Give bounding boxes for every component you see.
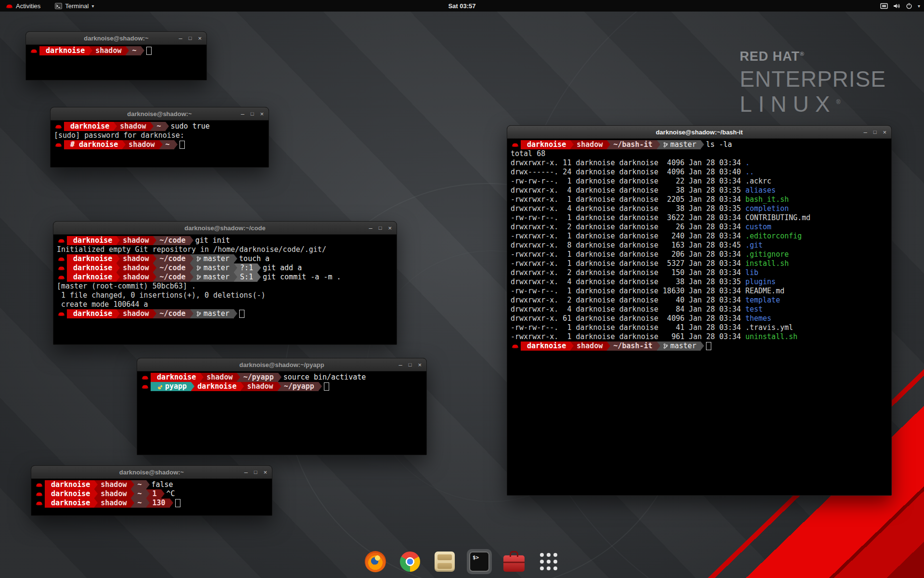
command-text: git commit -a -m . — [263, 273, 341, 282]
prompt-segment-user: darknoise — [67, 254, 116, 263]
terminal-content[interactable]: darknoiseshadow~/pyappsource bin/activat… — [137, 371, 426, 455]
volume-icon — [893, 3, 900, 9]
git-branch-icon — [663, 142, 668, 148]
output-text: -rwxrwxr-x. 1 darknoise darknoise 5327 J… — [511, 259, 745, 268]
maximize-button[interactable]: □ — [873, 129, 877, 135]
window-title: darknoise@shadow:~ — [119, 469, 184, 476]
close-button[interactable]: × — [388, 225, 392, 231]
system-status-area[interactable]: ▾ — [880, 0, 920, 12]
output-text: create mode 100644 a — [57, 300, 148, 309]
prompt-segment-user: darknoise — [521, 342, 570, 351]
toolbox-icon — [503, 555, 525, 572]
dock-terminal[interactable]: $> — [467, 549, 492, 574]
output-text: . — [745, 158, 750, 168]
close-button[interactable]: × — [260, 111, 264, 117]
redhat-prompt-icon — [511, 142, 521, 147]
prompt-segment-git: master — [190, 254, 234, 263]
prompt-segment-user: darknoise — [151, 373, 200, 382]
window-title: darknoise@shadow:~/bash-it — [656, 129, 743, 136]
dock-firefox[interactable] — [363, 549, 388, 574]
maximize-button[interactable]: □ — [251, 111, 254, 117]
terminal-window: darknoise@shadow:~/code – □ × darknoises… — [53, 221, 397, 345]
prompt-segment-host: shadow — [122, 140, 159, 149]
window-titlebar[interactable]: darknoise@shadow:~/bash-it – □ × — [507, 126, 891, 139]
maximize-button[interactable]: □ — [254, 469, 257, 475]
redhat-prompt-icon — [57, 275, 67, 280]
activities-label: Activities — [16, 2, 40, 10]
prompt-segment-path: ~/code — [153, 236, 190, 245]
prompt-segment-host: shadow — [570, 342, 607, 351]
terminal-icon: $> — [469, 552, 489, 572]
output-text: .travis.yml — [745, 323, 793, 332]
command-text: git add a — [263, 263, 302, 273]
prompt-segment-stat: ?:1 — [234, 263, 257, 273]
close-button[interactable]: × — [198, 35, 202, 41]
output-text: -rwxrwxr-x. 1 darknoise darknoise 961 Ja… — [511, 332, 745, 342]
output-text: lib — [745, 268, 758, 277]
maximize-button[interactable]: □ — [189, 35, 192, 41]
rhel-logo-redhat: RED HAT® — [740, 49, 886, 64]
terminal-cursor — [239, 310, 244, 318]
command-text: source bin/activate — [283, 373, 366, 382]
prompt-segment-host: shadow — [94, 480, 131, 489]
app-menu-terminal[interactable]: Terminal ▾ — [53, 0, 96, 12]
prompt-segment-user: darknoise — [39, 46, 89, 55]
output-text: README.md — [745, 287, 784, 296]
clock[interactable]: Sat 03:57 — [448, 2, 475, 10]
output-text: .git — [745, 241, 763, 250]
output-text: themes — [745, 314, 771, 323]
window-titlebar[interactable]: darknoise@shadow:~ – □ × — [51, 107, 269, 120]
git-branch-icon — [663, 343, 668, 349]
terminal-content[interactable]: darknoiseshadow~ — [26, 45, 206, 80]
app-grid-icon — [540, 553, 557, 570]
dock-chrome[interactable] — [398, 549, 423, 574]
prompt-segment-host: shadow — [116, 309, 153, 318]
prompt-segment-host: shadow — [241, 382, 277, 391]
terminal-content[interactable]: darknoiseshadow~falsedarknoiseshadow~1^C… — [31, 479, 272, 515]
app-menu-label: Terminal — [65, 2, 89, 10]
window-titlebar[interactable]: darknoise@shadow:~ – □ × — [26, 32, 206, 45]
close-button[interactable]: × — [263, 469, 267, 475]
terminal-content[interactable]: darknoiseshadow~/bash-itmasterls -latota… — [507, 139, 891, 495]
window-titlebar[interactable]: darknoise@shadow:~/pyapp – □ × — [137, 358, 426, 371]
dock-toolbox[interactable] — [501, 549, 526, 574]
redhat-prompt-icon — [511, 343, 521, 349]
dock-app-grid[interactable] — [536, 549, 561, 574]
maximize-button[interactable]: □ — [379, 225, 382, 231]
maximize-button[interactable]: □ — [409, 362, 412, 368]
minimize-button[interactable]: – — [399, 362, 402, 368]
close-button[interactable]: × — [883, 129, 886, 135]
terminal-content[interactable]: darknoiseshadow~/codegit initInitialized… — [53, 235, 397, 344]
window-titlebar[interactable]: darknoise@shadow:~/code – □ × — [53, 222, 397, 235]
output-text: drwxrwxr-x. 4 darknoise darknoise 38 Jan… — [511, 277, 745, 287]
prompt-segment-git: master — [657, 140, 701, 149]
chevron-down-icon: ▾ — [918, 3, 920, 9]
minimize-button[interactable]: – — [179, 35, 182, 41]
minimize-button[interactable]: – — [244, 469, 248, 475]
prompt-segment-path: ~/pyapp — [237, 373, 278, 382]
output-text: drwxrwxr-x. 8 darknoise darknoise 163 Ja… — [511, 241, 745, 250]
activities-button[interactable]: Activities — [4, 0, 42, 12]
terminal-window: darknoise@shadow:~ – □ × darknoiseshadow… — [26, 31, 207, 80]
prompt-segment-user: darknoise — [64, 122, 114, 131]
git-branch-icon — [196, 265, 201, 271]
prompt-segment-user: darknoise — [67, 273, 116, 282]
terminal-content[interactable]: darknoiseshadow~sudo true[sudo] password… — [51, 120, 269, 167]
terminal-app-icon — [55, 3, 62, 9]
minimize-button[interactable]: – — [241, 111, 244, 117]
window-titlebar[interactable]: darknoise@shadow:~ – □ × — [31, 466, 272, 479]
output-text: 1 file changed, 0 insertions(+), 0 delet… — [57, 291, 265, 300]
output-text: total 68 — [511, 149, 545, 158]
prompt-segment-host: shadow — [200, 373, 237, 382]
minimize-button[interactable]: – — [864, 129, 867, 135]
redhat-prompt-icon — [54, 142, 64, 147]
output-text: [master (root-commit) 50bcb63] . — [57, 282, 196, 291]
close-button[interactable]: × — [418, 362, 422, 368]
output-text: template — [745, 296, 780, 305]
dock-files[interactable] — [432, 549, 457, 574]
output-text: drwxrwxr-x. 4 darknoise darknoise 84 Jan… — [511, 305, 745, 314]
minimize-button[interactable]: – — [369, 225, 372, 231]
command-text: ls -la — [706, 140, 732, 149]
prompt-segment-user: # darknoise — [64, 140, 122, 149]
output-text: install.sh — [745, 259, 789, 268]
